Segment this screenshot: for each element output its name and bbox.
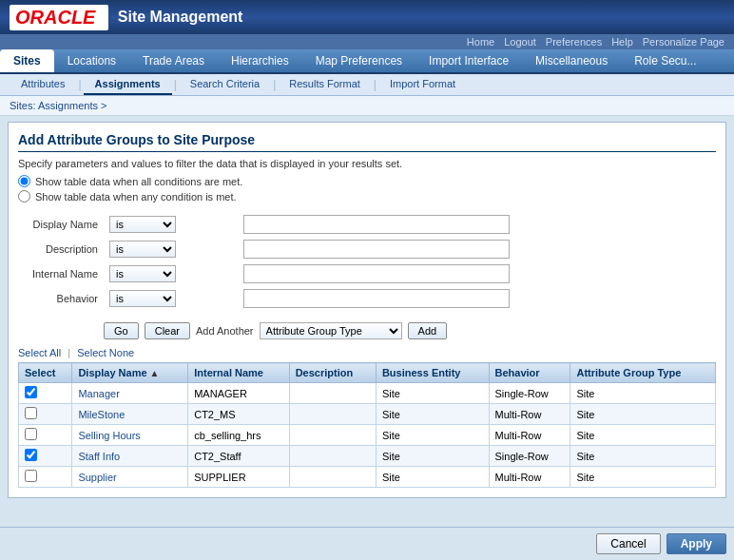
radio-all-input[interactable] — [18, 175, 30, 187]
row-behavior-3: Single-Row — [489, 446, 570, 467]
filter-input-display-name[interactable] — [243, 215, 510, 234]
row-attr-type-2: Site — [570, 425, 716, 446]
breadcrumb-sites[interactable]: Sites — [10, 100, 32, 111]
row-checkbox-1[interactable] — [25, 407, 37, 419]
radio-any-input[interactable] — [18, 190, 30, 203]
col-business-entity: Business Entity — [376, 363, 489, 383]
nav-personalize[interactable]: Personalize Page — [643, 36, 724, 48]
add-another-select[interactable]: Attribute Group Type Display Name Descri… — [260, 322, 402, 339]
tab-role-security[interactable]: Role Secu... — [621, 49, 709, 72]
row-business-entity-4: Site — [376, 467, 489, 488]
row-internal-name-0: MANAGER — [188, 383, 289, 404]
tab-locations[interactable]: Locations — [54, 49, 129, 72]
row-attr-type-3: Site — [570, 446, 716, 467]
table-header-row: Select Display Name ▲ Internal Name Desc… — [19, 363, 716, 383]
radio-all-label: Show table data when all conditions are … — [35, 176, 242, 187]
row-checkbox-2[interactable] — [25, 428, 37, 440]
filter-label-description: Description — [18, 237, 104, 261]
row-business-entity-3: Site — [376, 446, 489, 467]
col-behavior: Behavior — [489, 363, 570, 383]
sub-tab-attributes[interactable]: Attributes — [10, 74, 76, 95]
select-all-link[interactable]: Select All — [18, 347, 61, 358]
filter-select-display-name[interactable]: isis notcontains — [109, 216, 176, 233]
col-description: Description — [289, 363, 376, 383]
sub-tab-assignments[interactable]: Assignments — [84, 74, 172, 95]
go-button[interactable]: Go — [104, 322, 139, 339]
filter-button-row: Go Clear Add Another Attribute Group Typ… — [18, 319, 716, 345]
col-select: Select — [19, 363, 72, 383]
radio-any-label: Show table data when any condition is me… — [35, 191, 237, 203]
filter-label-behavior: Behavior — [18, 286, 104, 311]
tab-trade-areas[interactable]: Trade Areas — [129, 49, 218, 72]
row-behavior-4: Multi-Row — [489, 467, 570, 488]
nav-preferences[interactable]: Preferences — [546, 36, 602, 48]
page-title: Add Attribute Groups to Site Purpose — [18, 132, 716, 152]
tab-sites[interactable]: Sites — [0, 49, 54, 72]
header: ORACLE® Site Management — [0, 0, 734, 34]
page-description: Specify parameters and values to filter … — [18, 158, 716, 169]
filter-table: Display Name isis notcontains Descriptio… — [18, 212, 716, 311]
filter-select-internal-name[interactable]: isis notcontains — [109, 265, 176, 282]
row-link-2[interactable]: Selling Hours — [78, 430, 140, 441]
tab-miscellaneous[interactable]: Miscellaneous — [522, 49, 621, 72]
breadcrumb: Sites: Assignments > — [0, 96, 734, 116]
row-internal-name-3: CT2_Staff — [188, 446, 289, 467]
radio-any-condition: Show table data when any condition is me… — [18, 190, 716, 203]
results-table: Select Display Name ▲ Internal Name Desc… — [18, 362, 716, 488]
row-description-4 — [289, 467, 376, 488]
row-link-4[interactable]: Supplier — [78, 472, 116, 483]
select-links: Select All | Select None — [18, 345, 716, 362]
row-link-3[interactable]: Staff Info — [78, 451, 120, 462]
filter-label-display-name: Display Name — [18, 212, 104, 237]
row-business-entity-2: Site — [376, 425, 489, 446]
main-content: Add Attribute Groups to Site Purpose Spe… — [8, 122, 726, 498]
row-behavior-1: Multi-Row — [489, 404, 570, 425]
row-link-0[interactable]: Manager — [78, 388, 119, 399]
sub-tab-results-format[interactable]: Results Format — [278, 74, 372, 95]
table-row: MileStone CT2_MS Site Multi-Row Site — [19, 404, 716, 425]
cancel-button[interactable]: Cancel — [596, 533, 660, 554]
tab-hierarchies[interactable]: Hierarchies — [218, 49, 302, 72]
filter-input-behavior[interactable] — [243, 289, 510, 308]
filter-input-internal-name[interactable] — [243, 264, 510, 283]
filter-row-display-name: Display Name isis notcontains — [18, 212, 716, 237]
apply-button[interactable]: Apply — [666, 533, 726, 554]
select-none-link[interactable]: Select None — [77, 347, 134, 358]
table-row: Manager MANAGER Site Single-Row Site — [19, 383, 716, 404]
filter-select-description[interactable]: isis notcontains — [109, 241, 176, 258]
breadcrumb-assignments[interactable]: Assignments — [38, 100, 98, 111]
row-behavior-0: Single-Row — [489, 383, 570, 404]
nav-logout[interactable]: Logout — [504, 36, 536, 48]
row-checkbox-4[interactable] — [25, 470, 37, 482]
oracle-logo: ORACLE® — [10, 5, 108, 30]
filter-input-description[interactable] — [243, 240, 510, 259]
sub-tab-search-criteria[interactable]: Search Criteria — [179, 74, 271, 95]
filter-select-behavior[interactable]: isis notcontains — [109, 290, 176, 307]
table-row: Staff Info CT2_Staff Site Single-Row Sit… — [19, 446, 716, 467]
row-checkbox-3[interactable] — [25, 449, 37, 461]
row-internal-name-2: cb_selling_hrs — [188, 425, 289, 446]
sub-tab-bar: Attributes | Assignments | Search Criter… — [0, 74, 734, 96]
row-description-3 — [289, 446, 376, 467]
nav-help[interactable]: Help — [611, 36, 633, 48]
sub-tab-import-format[interactable]: Import Format — [378, 74, 467, 95]
tab-bar: Sites Locations Trade Areas Hierarchies … — [0, 49, 734, 74]
row-attr-type-4: Site — [570, 467, 716, 488]
row-behavior-2: Multi-Row — [489, 425, 570, 446]
row-link-1[interactable]: MileStone — [78, 409, 125, 420]
add-button[interactable]: Add — [408, 322, 448, 339]
row-checkbox-0[interactable] — [25, 386, 37, 398]
filter-label-internal-name: Internal Name — [18, 261, 104, 286]
row-internal-name-1: CT2_MS — [188, 404, 289, 425]
tab-import-interface[interactable]: Import Interface — [415, 49, 522, 72]
nav-home[interactable]: Home — [467, 36, 494, 48]
row-internal-name-4: SUPPLIER — [188, 467, 289, 488]
tab-map-preferences[interactable]: Map Preferences — [302, 49, 415, 72]
row-description-2 — [289, 425, 376, 446]
sort-arrow-display-name[interactable]: ▲ — [150, 368, 160, 378]
app-title: Site Management — [118, 9, 243, 26]
filter-row-internal-name: Internal Name isis notcontains — [18, 261, 716, 286]
col-internal-name: Internal Name — [188, 363, 289, 383]
clear-button[interactable]: Clear — [145, 322, 190, 339]
filter-radio-group: Show table data when all conditions are … — [18, 175, 716, 203]
